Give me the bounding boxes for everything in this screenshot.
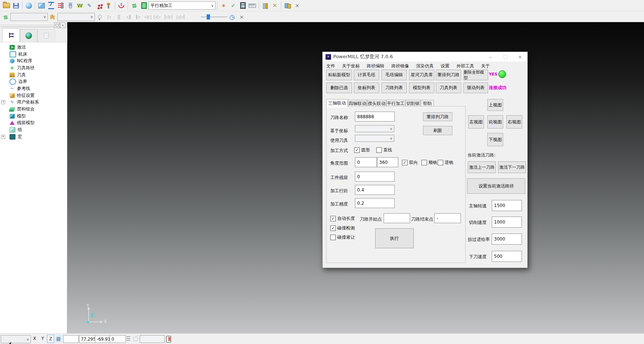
close-panel-icon[interactable]: × — [60, 22, 65, 28]
axis-y-button[interactable]: Y — [40, 335, 46, 342]
menu-external-tools[interactable]: 外部工具 — [456, 63, 474, 69]
activate-prev-button[interactable]: 激活上一刀路 — [468, 161, 496, 173]
tool-holder-icon[interactable] — [104, 1, 113, 10]
view-left-button[interactable]: 左视图 — [468, 115, 484, 129]
stock-input[interactable]: 0 — [355, 172, 395, 182]
cutting-speed-input[interactable]: 1000 — [492, 217, 522, 228]
execute-button[interactable]: 执行 — [375, 228, 414, 248]
collision-detect-checkbox[interactable]: ✓ 碰撞检测 — [330, 225, 355, 231]
menu-path-mirror[interactable]: 路径镜像 — [391, 63, 409, 69]
go-to-end-button[interactable]: ▷▷| — [174, 14, 187, 20]
view-front-button[interactable]: 前视图 — [487, 115, 503, 129]
toolpath-select-dropdown[interactable]: ∨ — [10, 13, 48, 21]
view-right-button[interactable]: 右视图 — [506, 115, 522, 129]
strategy-dropdown[interactable]: 平行精加工 ∨ — [149, 1, 216, 10]
tolerance-input[interactable]: 0.2 — [355, 198, 395, 208]
float-panel-icon[interactable] — [54, 22, 60, 28]
menu-path-edit[interactable]: 路径编辑 — [367, 63, 384, 69]
view-top-button[interactable]: 上视图 — [487, 99, 503, 111]
coord-dropdown[interactable]: ∨ — [355, 125, 394, 132]
spindle-speed-input[interactable]: 1500 — [492, 200, 522, 211]
minimize-button[interactable]: – — [483, 52, 498, 62]
coord-z-input[interactable]: 0 — [110, 335, 126, 343]
step-forward-button[interactable]: |▷ — [133, 14, 143, 20]
tree-item-macros[interactable]: + 宏 — [0, 133, 67, 140]
step-back-button[interactable]: ◁| — [124, 14, 133, 20]
coord-x-input[interactable]: 77.2951 — [79, 335, 96, 343]
start-point-input[interactable] — [384, 213, 410, 223]
paste-model-button[interactable]: 粘贴新模型 — [326, 70, 352, 80]
ruler-icon[interactable] — [248, 1, 257, 10]
tolerance-status-input[interactable] — [140, 335, 165, 343]
axis-x-button[interactable]: X — [32, 335, 38, 342]
auto-length-checkbox[interactable]: ✓ 自动长度 — [330, 215, 355, 222]
expand-icon[interactable]: + — [1, 135, 5, 139]
stock-edit-button[interactable]: 毛坯编辑 — [381, 70, 407, 80]
bidirectional-checkbox[interactable]: ✓ 双向 — [402, 159, 418, 166]
go-to-start-button[interactable]: |◁◁ — [162, 14, 174, 20]
rewind-button[interactable]: ◁◁ — [143, 14, 152, 20]
tab-explorer-tree[interactable] — [2, 28, 20, 42]
tree-item-toolpaths[interactable]: ≋ 刀具路径 — [0, 64, 67, 71]
toolpath-name-input[interactable]: 888888 — [355, 112, 395, 122]
tree-item-feature-sets[interactable]: 特征设置 — [0, 92, 67, 99]
tool-assembly-icon[interactable] — [117, 1, 126, 10]
toolpath-strategy-icon[interactable] — [47, 1, 56, 10]
menu-settings[interactable]: 设置 — [441, 63, 449, 69]
close-button[interactable]: × — [513, 52, 527, 62]
model-list-button[interactable]: 模型列表 — [409, 83, 434, 93]
ball-tool-icon[interactable] — [66, 1, 75, 10]
conventional-checkbox[interactable]: 逆铣 — [438, 159, 453, 166]
stepover-input[interactable]: 0.4 — [355, 185, 395, 195]
menu-coords[interactable]: 关于坐标 — [342, 63, 360, 69]
close-toolbar-icon[interactable]: × — [293, 1, 302, 10]
plunge-speed-input[interactable]: 500 — [492, 251, 522, 262]
grid-toggle-button[interactable]: ▦ — [55, 335, 62, 342]
lightbulb-icon[interactable] — [95, 13, 104, 21]
rapid-feed-input[interactable]: 3000 — [492, 234, 522, 245]
maximize-button[interactable] — [498, 52, 513, 62]
calculator-icon[interactable] — [238, 1, 247, 10]
save-icon[interactable] — [11, 1, 20, 10]
stock-edit-icon[interactable] — [56, 1, 65, 10]
menu-render-sim[interactable]: 渲染仿真 — [416, 63, 434, 69]
shaded-view-icon[interactable] — [24, 1, 33, 10]
mode-circle-checkbox[interactable]: ✓ 圆形 — [354, 147, 370, 153]
view-bottom-button[interactable]: 下视图 — [487, 133, 503, 146]
delete-selected-button[interactable]: 删除已选 — [326, 83, 352, 93]
tool-dropdown[interactable]: ∨ — [355, 135, 394, 142]
collision-avoid-checkbox[interactable]: 碰撞避让 — [330, 234, 355, 241]
activate-next-button[interactable]: 激活下一刀路 — [498, 161, 526, 173]
tree-item-tools[interactable]: 刀具 — [0, 71, 67, 78]
collision-check-icon[interactable]: W — [75, 1, 84, 10]
play-button[interactable]: ▷ — [104, 14, 114, 20]
toolpath-spiral-icon[interactable]: ≋ — [129, 0, 139, 11]
rearrange-toolpaths-button[interactable]: 重排列刀路 — [436, 70, 461, 80]
block-icon[interactable] — [37, 1, 46, 10]
compute-stock-button[interactable]: 计算毛坯 — [354, 70, 379, 80]
tree-item-activate[interactable]: > 激活 — [0, 44, 67, 51]
drive-list-button[interactable]: 驱动列表 — [463, 83, 488, 93]
tool-select-dropdown[interactable]: ∨ — [57, 13, 95, 21]
climb-checkbox[interactable]: 顺铣 — [421, 159, 437, 166]
tree-item-groups[interactable]: 组 — [0, 126, 67, 133]
tree-item-boundaries[interactable]: 边界 — [0, 78, 67, 85]
delete-all-models-button[interactable]: 删除全部模型 — [463, 70, 488, 80]
rearrange-button[interactable]: 重排列刀路 — [423, 112, 452, 121]
coord-list-button[interactable]: 坐标列表 — [354, 83, 379, 93]
coord-y-input[interactable]: -69.918 — [95, 335, 110, 343]
close-toolbar-icon[interactable]: × — [237, 13, 246, 21]
set-active-path-button[interactable]: 设置当前激活路径 — [467, 178, 525, 194]
menu-file[interactable]: 文件 — [326, 63, 335, 69]
tab-3axis[interactable]: 三轴联动 — [326, 99, 348, 108]
panel-grabber[interactable] — [1, 24, 58, 27]
clock-icon[interactable]: ◷ — [228, 13, 236, 21]
compare-blocks-icon[interactable] — [283, 1, 292, 10]
points-icon[interactable] — [95, 1, 103, 10]
workplane-dropdown[interactable]: ∨ — [1, 335, 31, 343]
speed-slider[interactable] — [201, 14, 227, 20]
pattern-pencil-icon[interactable]: ✎ — [85, 1, 94, 10]
tree-item-workplanes[interactable]: + ✎ 用户坐标系 — [0, 99, 67, 106]
angle-from-input[interactable]: 0 — [355, 157, 377, 167]
pause-button[interactable]: || — [114, 14, 124, 20]
